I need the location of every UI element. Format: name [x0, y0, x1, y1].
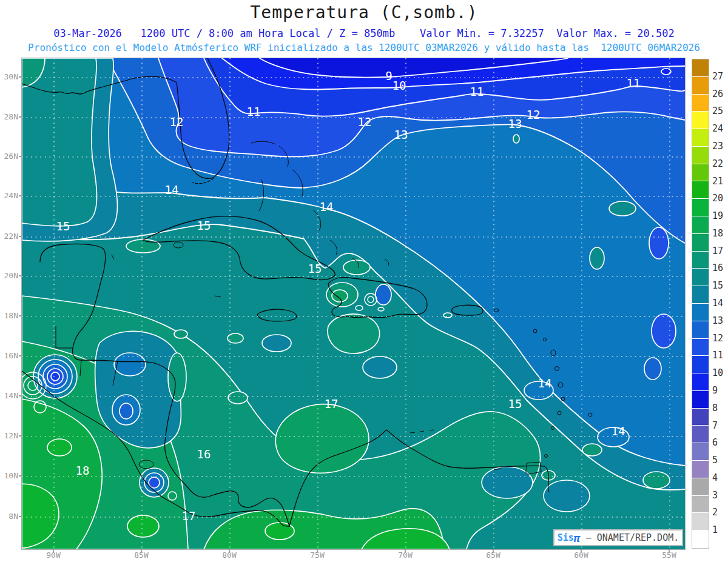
- colorbar-cell: [692, 269, 709, 286]
- lon-tick: [229, 549, 230, 552]
- lat-tick: [19, 475, 21, 477]
- lat-tick-label-30N: 30N: [0, 72, 18, 81]
- lat-tick-label-10N: 10N: [0, 471, 18, 480]
- colorbar-cell: [692, 95, 709, 112]
- colorbar-label-27: 27: [712, 71, 723, 82]
- lon-tick: [53, 549, 54, 552]
- watermark-sis: Sis: [558, 532, 574, 543]
- colorbar: [692, 59, 709, 549]
- contour-label-18: 18: [76, 464, 90, 477]
- contour-label-15: 15: [56, 219, 70, 233]
- contour-label-17: 17: [182, 509, 196, 523]
- colorbar-label-26: 26: [712, 89, 723, 99]
- contour-label-11: 11: [627, 76, 641, 90]
- colorbar-label-5: 5: [712, 455, 718, 466]
- colorbar-cell: [692, 77, 709, 95]
- lat-tick-label-28N: 28N: [0, 112, 18, 121]
- lat-tick-label-8N: 8N: [0, 512, 18, 521]
- lat-tick: [19, 275, 21, 276]
- colorbar-cell: [692, 59, 709, 77]
- forecast-datetime-line: 03-Mar-2026 1200 UTC / 8:00 am Hora Loca…: [0, 27, 728, 39]
- colorbar-label-3: 3: [712, 490, 718, 501]
- contour-label-14: 14: [612, 424, 625, 438]
- contour-label-13: 13: [508, 117, 522, 130]
- colorbar-label-6: 6: [712, 437, 718, 448]
- map-svg: 9101111111212121313141414141515151516171…: [22, 58, 685, 549]
- lat-tick: [19, 516, 21, 517]
- contour-label-16: 16: [197, 447, 211, 461]
- lat-tick: [19, 355, 21, 356]
- colorbar-label-11: 11: [712, 350, 723, 361]
- colorbar-cell: [692, 164, 709, 182]
- colorbar-cell: [692, 443, 709, 461]
- lon-tick: [141, 549, 142, 552]
- colorbar-cell: [692, 530, 709, 548]
- lat-tick: [19, 116, 21, 118]
- colorbar-label-12: 12: [712, 333, 723, 344]
- colorbar-cell: [692, 391, 709, 409]
- lat-tick-label-12N: 12N: [0, 431, 18, 440]
- colorbar-label-23: 23: [712, 141, 723, 152]
- contour-label-14: 14: [165, 183, 179, 196]
- colorbar-label-7: 7: [712, 420, 718, 431]
- lat-tick-label-16N: 16N: [0, 351, 18, 360]
- model-init-line: Pronóstico con el Modelo Atmósferico WRF…: [0, 42, 728, 53]
- colorbar-label-19: 19: [712, 210, 723, 221]
- colorbar-label-4: 4: [712, 472, 718, 483]
- contour-label-12: 12: [358, 115, 372, 129]
- contour-label-10: 10: [393, 79, 406, 92]
- lat-tick: [19, 395, 21, 396]
- contour-label-11: 11: [247, 105, 261, 118]
- contour-label-12: 12: [170, 115, 184, 129]
- colorbar-label-9: 9: [712, 385, 718, 396]
- colorbar-cell: [692, 426, 709, 443]
- contour-label-15: 15: [508, 397, 522, 410]
- colorbar-cell: [692, 409, 709, 426]
- gulf-coast-warm-corner: [22, 58, 118, 241]
- lon-tick-label-75W: 75W: [304, 550, 331, 560]
- lon-tick-label-55W: 55W: [656, 550, 682, 560]
- lat-tick-label-14N: 14N: [0, 391, 18, 400]
- colorbar-label-16: 16: [712, 263, 723, 273]
- lon-tick: [405, 549, 406, 552]
- weather-map-page: Temperatura (C,somb.) 03-Mar-2026 1200 U…: [0, 0, 728, 562]
- watermark-badge: Sisπ – ONAMET/REP.DOM.: [553, 529, 683, 546]
- colorbar-label-15: 15: [712, 280, 723, 291]
- colorbar-cell: [692, 321, 709, 339]
- contour-label-11: 11: [470, 85, 484, 98]
- colorbar-label-10: 10: [712, 367, 723, 378]
- colorbar-cell: [692, 129, 709, 147]
- lat-tick: [19, 195, 21, 196]
- colorbar-label-13: 13: [712, 315, 723, 326]
- colorbar-label-2: 2: [712, 507, 718, 518]
- contour-label-14: 14: [320, 200, 334, 213]
- contour-label-15: 15: [308, 262, 322, 275]
- colorbar-label-24: 24: [712, 123, 723, 134]
- colorbar-cell: [692, 304, 709, 321]
- colorbar-label-25: 25: [712, 105, 723, 116]
- colorbar-cell: [692, 252, 709, 269]
- colorbar-cell: [692, 373, 709, 391]
- colorbar-cell: [692, 147, 709, 164]
- contour-label-9: 9: [385, 69, 392, 82]
- lon-tick-label-90W: 90W: [40, 550, 67, 560]
- lon-tick: [317, 549, 318, 552]
- contour-label-14: 14: [538, 376, 552, 390]
- lat-tick: [19, 315, 21, 316]
- colorbar-label-21: 21: [712, 176, 723, 187]
- colorbar-cell: [692, 339, 709, 356]
- lon-tick-label-65W: 65W: [480, 550, 507, 560]
- colorbar-label-18: 18: [712, 228, 723, 239]
- colorbar-label-8: 8: [712, 403, 718, 413]
- colorbar-cell: [692, 478, 709, 496]
- lon-tick: [493, 549, 494, 552]
- lon-tick-label-85W: 85W: [128, 550, 155, 560]
- contour-label-17: 17: [325, 397, 339, 410]
- watermark-source: – ONAMET/REP.DOM.: [581, 532, 679, 543]
- lat-tick: [19, 76, 21, 78]
- colorbar-label-1: 1: [712, 524, 718, 535]
- colorbar-cell: [692, 286, 709, 304]
- contour-label-15: 15: [197, 219, 211, 232]
- lon-tick-label-80W: 80W: [216, 550, 243, 560]
- lon-tick-label-70W: 70W: [392, 550, 419, 560]
